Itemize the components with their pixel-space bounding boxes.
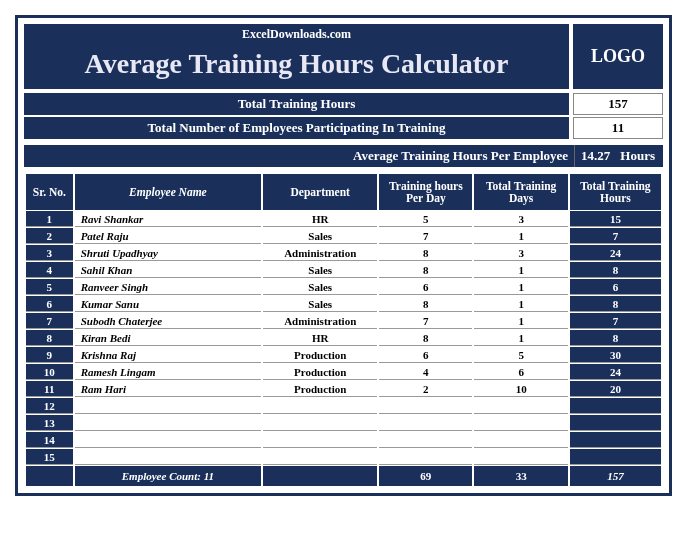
table-row: 12 [26,398,661,414]
total-employees-value: 11 [573,117,663,139]
cell-days: 1 [474,279,567,295]
cell-tot: 7 [570,228,661,244]
training-table: Sr. No. Employee Name Department Trainin… [24,173,663,487]
col-header-hpd: Training hours Per Day [379,174,472,210]
cell-dept: Sales [263,296,377,312]
average-unit: Hours [616,145,663,167]
cell-name [75,415,262,431]
cell-sn: 15 [26,449,73,465]
cell-tot: 15 [570,211,661,227]
cell-dept: Production [263,364,377,380]
col-header-sn: Sr. No. [26,174,73,210]
table-header-row: Sr. No. Employee Name Department Trainin… [26,174,661,210]
table-row: 1Ravi ShankarHR5315 [26,211,661,227]
cell-tot [570,449,661,465]
average-row: Average Training Hours Per Employee 14.2… [24,145,663,167]
total-hours-value: 157 [573,93,663,115]
cell-tot: 6 [570,279,661,295]
cell-sn: 11 [26,381,73,397]
cell-tot [570,415,661,431]
total-hours-label: Total Training Hours [24,93,569,115]
cell-hpd: 8 [379,245,472,261]
cell-sn: 8 [26,330,73,346]
col-header-tot: Total Training Hours [570,174,661,210]
cell-dept: Production [263,381,377,397]
cell-hpd: 8 [379,296,472,312]
table-row: 15 [26,449,661,465]
cell-hpd: 4 [379,364,472,380]
table-row: 2Patel RajuSales717 [26,228,661,244]
cell-days: 5 [474,347,567,363]
cell-tot: 7 [570,313,661,329]
table-row: 9Krishna RajProduction6530 [26,347,661,363]
cell-sn: 5 [26,279,73,295]
cell-days: 1 [474,313,567,329]
cell-days: 1 [474,228,567,244]
cell-tot [570,432,661,448]
cell-hpd [379,449,472,465]
table-row: 8Kiran BediHR818 [26,330,661,346]
cell-name [75,449,262,465]
cell-name: Ranveer Singh [75,279,262,295]
cell-tot: 24 [570,364,661,380]
cell-days [474,398,567,414]
cell-name: Ravi Shankar [75,211,262,227]
cell-sn: 9 [26,347,73,363]
cell-name: Patel Raju [75,228,262,244]
cell-hpd: 7 [379,228,472,244]
cell-sn: 2 [26,228,73,244]
cell-hpd: 7 [379,313,472,329]
col-header-days: Total Training Days [474,174,567,210]
cell-days [474,415,567,431]
cell-name: Subodh Chaterjee [75,313,262,329]
cell-dept [263,449,377,465]
cell-name: Kumar Sanu [75,296,262,312]
cell-days [474,432,567,448]
cell-name: Ram Hari [75,381,262,397]
cell-tot: 30 [570,347,661,363]
header-row: ExcelDownloads.com Average Training Hour… [24,24,663,89]
total-employees-label: Total Number of Employees Participating … [24,117,569,139]
cell-name: Ramesh Lingam [75,364,262,380]
cell-dept [263,432,377,448]
cell-dept: Production [263,347,377,363]
cell-days: 3 [474,245,567,261]
table-row: 14 [26,432,661,448]
cell-hpd: 2 [379,381,472,397]
cell-hpd: 8 [379,330,472,346]
footer-sum-hpd: 69 [379,466,472,486]
footer-dept-blank [263,466,377,486]
cell-dept: Sales [263,262,377,278]
cell-hpd [379,398,472,414]
cell-days: 1 [474,262,567,278]
cell-days: 10 [474,381,567,397]
table-footer-row: Employee Count: 11 69 33 157 [26,466,661,486]
title-block: ExcelDownloads.com Average Training Hour… [24,24,569,89]
footer-sum-days: 33 [474,466,567,486]
cell-days [474,449,567,465]
cell-sn: 4 [26,262,73,278]
cell-dept [263,415,377,431]
cell-tot: 24 [570,245,661,261]
col-header-name: Employee Name [75,174,262,210]
cell-tot: 8 [570,330,661,346]
total-employees-row: Total Number of Employees Participating … [24,117,663,139]
cell-dept: Sales [263,228,377,244]
cell-sn: 12 [26,398,73,414]
table-row: 10Ramesh LingamProduction4624 [26,364,661,380]
cell-hpd [379,432,472,448]
cell-sn: 6 [26,296,73,312]
cell-tot: 20 [570,381,661,397]
cell-dept: Administration [263,313,377,329]
cell-hpd: 5 [379,211,472,227]
cell-name: Shruti Upadhyay [75,245,262,261]
cell-hpd [379,415,472,431]
site-subtitle: ExcelDownloads.com [25,25,568,44]
logo-placeholder: LOGO [573,24,663,89]
cell-dept: Administration [263,245,377,261]
cell-sn: 14 [26,432,73,448]
cell-days: 1 [474,296,567,312]
cell-hpd: 6 [379,347,472,363]
col-header-dept: Department [263,174,377,210]
table-row: 3Shruti UpadhyayAdministration8324 [26,245,661,261]
